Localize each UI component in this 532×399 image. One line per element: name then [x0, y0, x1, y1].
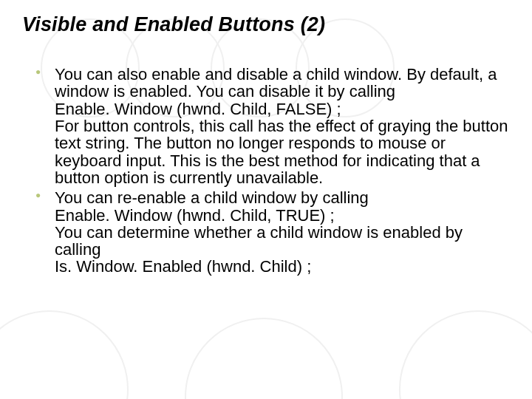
body-text: Is. Window. Enabled (hwnd. Child) ;	[55, 258, 510, 275]
bg-circle	[185, 318, 343, 399]
body-text: You can re-enable a child window by call…	[55, 189, 510, 206]
bg-circle	[0, 310, 129, 399]
bullet-list: You can also enable and disable a child …	[22, 66, 510, 276]
body-text: You can also enable and disable a child …	[55, 66, 510, 100]
body-text: Enable. Window (hwnd. Child, TRUE) ;	[55, 207, 510, 224]
slide-content: Visible and Enabled Buttons (2) You can …	[0, 0, 532, 276]
list-item: You can also enable and disable a child …	[55, 66, 510, 186]
bg-circle	[399, 310, 532, 399]
body-text: You can determine whether a child window…	[55, 224, 510, 259]
page-title: Visible and Enabled Buttons (2)	[22, 13, 510, 36]
body-text: For button controls, this call has the e…	[55, 117, 510, 186]
list-item: You can re-enable a child window by call…	[55, 189, 510, 276]
body-text: Enable. Window (hwnd. Child, FALSE) ;	[55, 100, 510, 117]
